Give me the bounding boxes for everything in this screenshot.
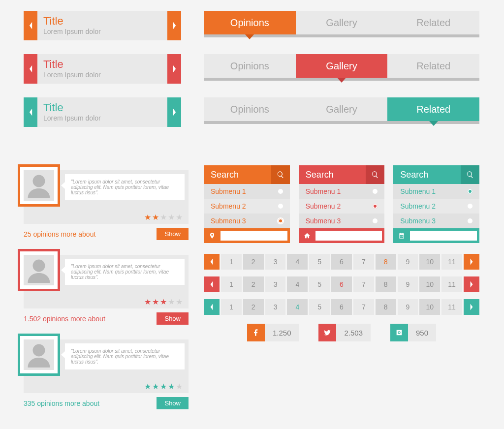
tab-opinions[interactable]: Opinions [204,97,296,121]
page-number[interactable]: 10 [419,299,440,315]
tab-gallery[interactable]: Gallery [296,54,388,78]
opinion-quote: "Lorem ipsum dolor sit amet, consectetur… [65,259,185,285]
page-number[interactable]: 8 [376,299,396,315]
menu-search-bar [204,228,290,243]
tab-related[interactable]: Related [387,11,479,34]
page-next-icon[interactable] [464,299,479,315]
page-number[interactable]: 10 [419,254,440,270]
page-number[interactable]: 7 [353,299,374,315]
slider-next-icon[interactable] [167,54,181,84]
page-number[interactable]: 4 [287,276,308,292]
search-input[interactable] [315,231,382,241]
submenu-item[interactable]: Submenu 3 [204,214,290,228]
social-twitter[interactable]: 2.503 [318,324,371,341]
radio-icon[interactable] [373,189,378,194]
page-number[interactable]: 7 [353,276,374,292]
page-number[interactable]: 3 [265,299,286,315]
page-number[interactable]: 3 [265,254,286,270]
page-number[interactable]: 11 [441,299,462,315]
tab-related[interactable]: Related [387,97,479,121]
search-input[interactable] [220,231,287,241]
star-rating: ★★★★★ [24,380,189,391]
submenu-item[interactable]: Submenu 1 [204,184,290,199]
page-number[interactable]: 2 [243,254,264,270]
tab-gallery[interactable]: Gallery [296,11,388,34]
radio-icon[interactable] [468,189,472,194]
page-prev-icon[interactable] [204,299,220,315]
page-number[interactable]: 8 [376,276,396,292]
submenu-item[interactable]: Submenu 3 [299,214,385,228]
radio-icon[interactable] [468,218,472,223]
social-facebook[interactable]: 1.250 [247,324,299,341]
menu-search-bar [299,228,385,243]
page-number[interactable]: 9 [398,276,418,292]
radio-icon[interactable] [278,204,283,209]
tab-opinions[interactable]: Opinions [204,11,296,34]
slider-title: Title [43,59,161,70]
slider-prev-icon[interactable] [24,54,37,84]
page-next-icon[interactable] [464,254,479,270]
search-icon[interactable] [271,165,290,184]
slider-prev-icon[interactable] [24,11,37,40]
radio-icon[interactable] [278,218,283,223]
radio-icon[interactable] [373,204,378,209]
page-number[interactable]: 5 [309,276,330,292]
show-button[interactable]: Show [157,228,189,240]
opinion-card: "Lorem ipsum dolor sit amet, consectetur… [24,339,189,409]
search-icon[interactable] [461,165,479,184]
page-number[interactable]: 11 [441,254,462,270]
submenu-item[interactable]: Submenu 2 [299,199,385,214]
pin-icon [206,231,218,241]
page-number[interactable]: 9 [398,254,418,270]
menu-title: Search [204,165,271,184]
page-number[interactable]: 5 [309,254,330,270]
pagination-orange: 1234567891011 [204,254,479,270]
submenu-item[interactable]: Submenu 1 [393,184,479,199]
search-icon[interactable] [366,165,384,184]
slider-next-icon[interactable] [167,11,181,40]
tab-opinions[interactable]: Opinions [204,54,296,78]
submenu-item[interactable]: Submenu 2 [204,199,290,214]
page-prev-icon[interactable] [204,254,220,270]
radio-icon[interactable] [278,189,283,194]
title-slider-red: Title Lorem Ipsum dolor [24,54,181,84]
page-prev-icon[interactable] [204,276,220,292]
page-number[interactable]: 1 [221,299,242,315]
calendar-icon [396,231,408,241]
page-number[interactable]: 2 [243,276,264,292]
page-number[interactable]: 1 [221,276,242,292]
page-number[interactable]: 4 [287,299,308,315]
page-number[interactable]: 6 [331,254,352,270]
page-next-icon[interactable] [464,276,479,292]
slider-prev-icon[interactable] [24,97,37,127]
social-count: 1.250 [265,324,299,341]
slider-next-icon[interactable] [167,97,181,127]
search-input[interactable] [410,231,477,241]
page-number[interactable]: 7 [353,254,374,270]
show-button[interactable]: Show [157,397,189,409]
page-number[interactable]: 6 [331,276,352,292]
slider-subtitle: Lorem Ipsum dolor [43,114,161,122]
tab-related[interactable]: Related [387,54,479,78]
show-button[interactable]: Show [157,312,189,325]
avatar [18,249,60,291]
page-number[interactable]: 4 [287,254,308,270]
page-number[interactable]: 9 [398,299,418,315]
page-number[interactable]: 10 [419,276,440,292]
submenu-item[interactable]: Submenu 1 [299,184,385,199]
slider-title: Title [43,16,161,27]
title-slider-teal: Title Lorem Ipsum dolor [24,97,181,127]
page-number[interactable]: 6 [331,299,352,315]
radio-icon[interactable] [373,218,378,223]
submenu-item[interactable]: Submenu 3 [393,214,479,228]
page-number[interactable]: 11 [441,276,462,292]
page-number[interactable]: 1 [221,254,242,270]
social-instagram[interactable]: 950 [390,324,436,341]
submenu-item[interactable]: Submenu 2 [393,199,479,214]
page-number[interactable]: 3 [265,276,286,292]
radio-icon[interactable] [468,204,472,209]
tab-gallery[interactable]: Gallery [296,97,388,121]
page-number[interactable]: 8 [376,254,396,270]
page-number[interactable]: 5 [309,299,330,315]
page-number[interactable]: 2 [243,299,264,315]
